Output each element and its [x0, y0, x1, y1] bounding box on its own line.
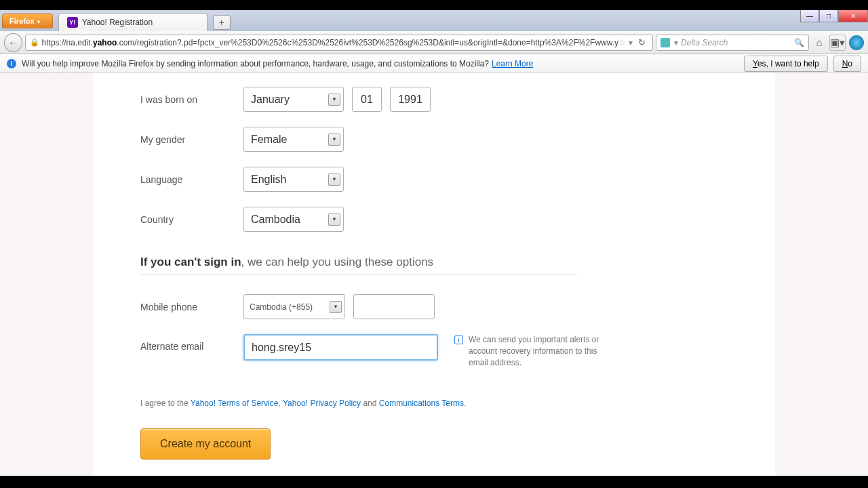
search-placeholder: Delta Search — [681, 38, 794, 47]
info-icon: i — [7, 59, 16, 68]
gender-value: Female — [251, 134, 287, 146]
phone-country-value: Cambodia (+855) — [250, 302, 313, 312]
language-label: Language — [140, 174, 243, 185]
window-maximize-button[interactable]: □ — [819, 10, 838, 22]
country-select[interactable]: Cambodia ▼ — [243, 207, 344, 232]
birth-day-input[interactable]: 01 — [352, 87, 382, 112]
terms-of-service-link[interactable]: Yahoo! Terms of Service — [191, 399, 279, 408]
country-value: Cambodia — [251, 214, 300, 226]
learn-more-link[interactable]: Learn More — [492, 59, 533, 68]
back-button[interactable]: ← — [4, 33, 22, 52]
birth-month-value: January — [251, 94, 290, 106]
birth-year-value: 1991 — [398, 94, 422, 106]
url-text-suffix: .com/registration?.pd=fpctx_ver%253D0%25… — [117, 38, 618, 47]
communications-terms-link[interactable]: Communications Terms — [379, 399, 464, 408]
reload-button[interactable]: ↻ — [635, 37, 648, 47]
chevron-down-icon: ▼ — [328, 174, 340, 186]
url-dropdown-icon[interactable]: ▾ — [629, 38, 633, 47]
window-minimize-button[interactable]: — — [800, 10, 819, 22]
yahoo-favicon-icon: Y! — [67, 17, 78, 28]
info-no-button[interactable]: No — [833, 56, 861, 72]
birth-month-select[interactable]: January ▼ — [243, 87, 344, 112]
search-dropdown-icon[interactable]: ▾ — [674, 38, 678, 47]
phone-country-select[interactable]: Cambodia (+855) ▼ — [243, 294, 345, 319]
url-domain: yahoo — [93, 38, 117, 47]
privacy-policy-link[interactable]: Yahoo! Privacy Policy — [283, 399, 361, 408]
alternate-email-label: Alternate email — [140, 334, 243, 352]
home-button[interactable]: ⌂ — [812, 35, 827, 51]
alternate-email-tooltip: We can send you important alerts or acco… — [469, 334, 617, 368]
gender-select[interactable]: Female ▼ — [243, 127, 344, 152]
recovery-section-heading: If you can't sign in, we can help you us… — [140, 256, 728, 269]
chevron-down-icon: ▼ — [328, 134, 340, 146]
gender-label: My gender — [140, 134, 243, 145]
info-bar: i Will you help improve Mozilla Firefox … — [0, 54, 868, 73]
info-bar-text: Will you help improve Mozilla Firefox by… — [22, 59, 489, 68]
search-go-icon[interactable]: 🔍 — [794, 38, 804, 47]
language-select[interactable]: English ▼ — [243, 167, 344, 192]
create-account-button[interactable]: Create my account — [140, 428, 271, 460]
url-bar[interactable]: 🔒 https://na.edit.yahoo.com/registration… — [25, 35, 654, 51]
country-label: Country — [140, 214, 243, 225]
birth-year-input[interactable]: 1991 — [390, 87, 431, 112]
birth-day-value: 01 — [361, 94, 373, 106]
firefox-menu-button[interactable]: Firefox — [2, 14, 53, 28]
feedback-icon[interactable] — [848, 35, 864, 51]
alternate-email-input[interactable] — [243, 334, 438, 361]
url-text-prefix: https://na.edit. — [42, 38, 93, 47]
agreement-text: I agree to the Yahoo! Terms of Service, … — [140, 399, 728, 408]
section-divider — [140, 274, 577, 275]
phone-number-input[interactable] — [353, 294, 435, 319]
born-label: I was born on — [140, 94, 243, 105]
window-close-button[interactable]: ✕ — [838, 10, 868, 22]
mobile-phone-label: Mobile phone — [140, 302, 243, 312]
new-tab-button[interactable]: + — [213, 15, 231, 30]
info-yes-button[interactable]: Yes, I want to help — [744, 56, 828, 72]
language-value: English — [251, 174, 286, 186]
bookmark-star-icon[interactable]: ☆ — [618, 38, 626, 47]
tab-title: Yahoo! Registration — [82, 18, 153, 27]
search-bar[interactable]: ▾ Delta Search 🔍 — [656, 35, 809, 51]
chevron-down-icon: ▼ — [330, 301, 342, 313]
search-engine-icon[interactable] — [660, 38, 670, 47]
chevron-down-icon: ▼ — [328, 94, 340, 106]
chevron-down-icon: ▼ — [328, 214, 340, 226]
browser-tab[interactable]: Y! Yahoo! Registration — [58, 13, 208, 31]
bookmarks-menu-button[interactable]: ▣▾ — [829, 35, 846, 51]
info-icon: i — [454, 336, 463, 344]
lock-icon: 🔒 — [30, 38, 39, 47]
